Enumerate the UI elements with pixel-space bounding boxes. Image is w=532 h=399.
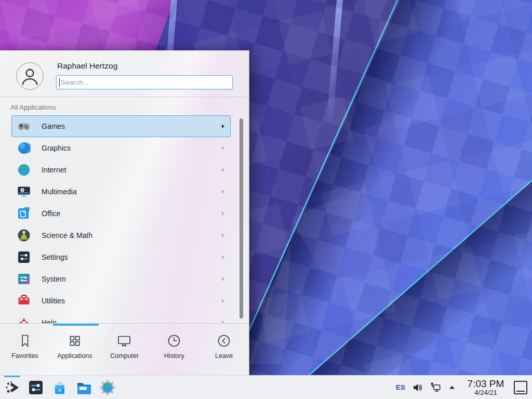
list-scrollbar[interactable]: [240, 118, 243, 318]
category-row-science[interactable]: Science & Math: [11, 224, 231, 246]
help-icon: [17, 316, 31, 323]
office-icon: [17, 207, 31, 220]
internet-icon: [17, 163, 31, 177]
utilities-icon: [17, 294, 31, 308]
user-icon: [17, 63, 43, 89]
folder-icon: [75, 379, 92, 396]
category-row-utilities[interactable]: Utilities: [11, 290, 231, 312]
user-name: Raphael Hertzog: [57, 61, 117, 71]
volume-icon[interactable]: [412, 382, 423, 393]
keyboard-layout-indicator[interactable]: ES: [396, 383, 405, 391]
category-row-games[interactable]: Games: [11, 115, 231, 137]
taskbar-panel: ES 7:03 PM 4/24/21: [0, 375, 532, 399]
submenu-arrow-icon: [222, 190, 224, 194]
category-label: Science & Math: [42, 231, 92, 240]
monitor-icon: [116, 333, 132, 349]
tab-applications[interactable]: Applications: [50, 326, 100, 375]
expand-tray-icon[interactable]: [447, 383, 457, 392]
settings-icon: [17, 250, 31, 264]
globe-gear-icon: [99, 379, 116, 396]
bookmark-icon: [17, 333, 33, 349]
category-row-graphics[interactable]: Graphics: [11, 137, 231, 159]
category-label: Office: [42, 209, 60, 218]
category-row-system[interactable]: System: [11, 268, 231, 290]
leave-icon: [216, 333, 232, 349]
category-label: Settings: [42, 253, 68, 261]
tab-history[interactable]: History: [149, 326, 199, 375]
tab-label: Applications: [57, 352, 92, 360]
submenu-arrow-icon: [222, 124, 224, 128]
system-settings-button[interactable]: [28, 379, 44, 396]
show-desktop-button[interactable]: [514, 381, 527, 394]
category-label: System: [42, 275, 66, 283]
tab-computer[interactable]: Computer: [100, 326, 150, 375]
submenu-arrow-icon: [222, 146, 224, 150]
header-separator: [0, 97, 249, 97]
science-icon: [17, 229, 31, 242]
submenu-arrow-icon: [222, 168, 224, 172]
tab-label: Leave: [215, 352, 233, 360]
application-launcher-menu: Raphael Hertzog All Applications Games: [0, 50, 249, 375]
discover-button[interactable]: [51, 379, 68, 396]
submenu-arrow-icon: [222, 255, 224, 259]
web-browser-button[interactable]: [99, 379, 116, 396]
submenu-arrow-icon: [222, 211, 224, 216]
launcher-tabbar: Favorites Applications Computer: [0, 326, 249, 375]
active-tab-indicator: [53, 324, 99, 326]
games-icon: [17, 119, 31, 133]
category-list: Games Graphics Internet: [11, 115, 231, 323]
search-input[interactable]: [56, 75, 233, 89]
multimedia-icon: [17, 185, 31, 198]
grid-icon: [67, 333, 83, 349]
category-row-help[interactable]: Help: [11, 312, 231, 323]
user-avatar[interactable]: [16, 62, 44, 90]
system-icon: [17, 272, 31, 286]
digital-clock[interactable]: 7:03 PM 4/24/21: [463, 379, 509, 396]
kde-launcher-icon: [4, 379, 20, 396]
section-label: All Applications: [10, 103, 56, 111]
graphics-icon: [17, 141, 31, 155]
clock-icon: [166, 333, 182, 349]
clock-date: 4/24/21: [463, 389, 509, 396]
clock-time: 7:03 PM: [463, 379, 509, 389]
category-label: Multimedia: [42, 188, 77, 196]
category-label: Help: [42, 318, 57, 323]
submenu-arrow-icon: [222, 233, 224, 237]
file-manager-button[interactable]: [75, 379, 92, 396]
system-tray: ES 7:03 PM 4/24/21: [396, 379, 532, 396]
category-label: Games: [42, 122, 65, 130]
category-label: Internet: [42, 166, 66, 174]
tabbar-separator: [0, 323, 249, 324]
discover-icon: [51, 379, 68, 396]
tab-label: Favorites: [11, 352, 38, 360]
tab-label: History: [164, 352, 184, 360]
category-label: Graphics: [42, 144, 71, 152]
category-row-multimedia[interactable]: Multimedia: [11, 181, 231, 203]
tab-favorites[interactable]: Favorites: [0, 326, 50, 375]
tab-leave[interactable]: Leave: [199, 326, 249, 375]
text-caret: [59, 78, 60, 87]
system-settings-icon: [28, 379, 44, 396]
category-label: Utilities: [42, 297, 65, 305]
category-row-settings[interactable]: Settings: [11, 246, 231, 268]
submenu-arrow-icon: [222, 277, 224, 281]
category-row-internet[interactable]: Internet: [11, 159, 231, 181]
tab-label: Computer: [110, 352, 139, 360]
application-launcher-button[interactable]: [4, 379, 20, 396]
submenu-arrow-icon: [222, 299, 224, 303]
category-row-office[interactable]: Office: [11, 203, 231, 224]
network-icon[interactable]: [430, 382, 441, 393]
